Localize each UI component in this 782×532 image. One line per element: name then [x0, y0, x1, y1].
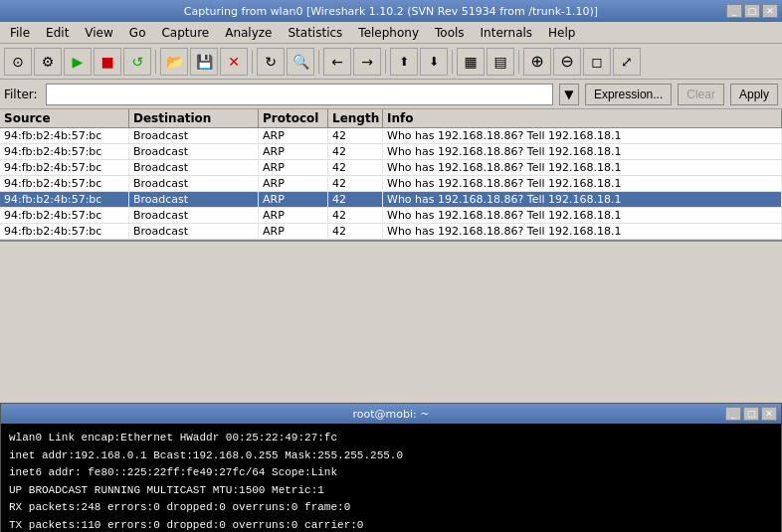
- table-row[interactable]: 94:fb:b2:4b:57:bc Broadcast ARP 42 Who h…: [0, 144, 782, 160]
- table-row[interactable]: 94:fb:b2:4b:57:bc Broadcast ARP 42 Who h…: [0, 176, 782, 192]
- bottom-btn[interactable]: ⬇: [420, 48, 448, 76]
- colorize-btn[interactable]: ▦: [457, 48, 485, 76]
- minimize-btn[interactable]: _: [726, 4, 742, 18]
- cell-info: Who has 192.168.18.86? Tell 192.168.18.1: [383, 192, 782, 207]
- sep6: [518, 50, 519, 74]
- cell-proto: ARP: [259, 144, 328, 159]
- open-btn[interactable]: 📂: [160, 48, 188, 76]
- cell-info: Who has 192.168.18.86? Tell 192.168.18.1: [383, 160, 782, 175]
- terminal-body[interactable]: wlan0 Link encap:Ethernet HWaddr 00:25:2…: [1, 424, 781, 532]
- terminal-line: UP BROADCAST RUNNING MULTICAST MTU:1500 …: [9, 482, 773, 499]
- fwd-btn[interactable]: →: [353, 48, 381, 76]
- maximize-btn[interactable]: □: [744, 4, 760, 18]
- sep3: [318, 50, 319, 74]
- start-btn[interactable]: ▶: [64, 48, 92, 76]
- packet-list: Source Destination Protocol Length Info …: [0, 109, 782, 242]
- terminal-close-btn[interactable]: ✕: [761, 407, 777, 421]
- back-btn[interactable]: ←: [323, 48, 351, 76]
- packet-table-header: Source Destination Protocol Length Info: [0, 109, 782, 128]
- apply-button[interactable]: Apply: [730, 84, 778, 105]
- cell-len: 42: [328, 144, 383, 159]
- cell-dest: Broadcast: [129, 176, 259, 191]
- options-btn[interactable]: ⚙: [34, 48, 62, 76]
- cell-source: 94:fb:b2:4b:57:bc: [0, 144, 129, 159]
- terminal-line: inet6 addr: fe80::225:22ff:fe49:27fc/64 …: [9, 464, 773, 481]
- terminal-minimize-btn[interactable]: _: [725, 407, 741, 421]
- menu-file[interactable]: File: [2, 24, 38, 42]
- interface-btn[interactable]: ⊙: [4, 48, 32, 76]
- cell-info: Who has 192.168.18.86? Tell 192.168.18.1: [383, 128, 782, 143]
- sep2: [252, 50, 253, 74]
- menu-telephony[interactable]: Telephony: [350, 24, 427, 42]
- table-row[interactable]: 94:fb:b2:4b:57:bc Broadcast ARP 42 Who h…: [0, 192, 782, 208]
- cell-dest: Broadcast: [129, 224, 259, 239]
- header-info: Info: [383, 109, 782, 127]
- cell-len: 42: [328, 208, 383, 223]
- terminal-line: TX packets:110 errors:0 dropped:0 overru…: [9, 517, 773, 533]
- close-win-btn[interactable]: ✕: [762, 4, 778, 18]
- menu-help[interactable]: Help: [540, 24, 583, 42]
- auto-scroll-btn[interactable]: ▤: [487, 48, 514, 76]
- table-row[interactable]: 94:fb:b2:4b:57:bc Broadcast ARP 42 Who h…: [0, 208, 782, 224]
- stop-btn[interactable]: ■: [94, 48, 121, 76]
- terminal-maximize-btn[interactable]: □: [743, 407, 759, 421]
- top-btn[interactable]: ⬆: [390, 48, 418, 76]
- title-text: Capturing from wlan0 [Wireshark 1.10.2 (…: [184, 5, 598, 18]
- cell-info: Who has 192.168.18.86? Tell 192.168.18.1: [383, 144, 782, 159]
- cell-proto: ARP: [259, 224, 328, 239]
- cell-dest: Broadcast: [129, 160, 259, 175]
- cell-len: 42: [328, 160, 383, 175]
- cell-dest: Broadcast: [129, 208, 259, 223]
- clear-button[interactable]: Clear: [678, 84, 724, 105]
- menu-edit[interactable]: Edit: [38, 24, 77, 42]
- close-btn[interactable]: ✕: [220, 48, 248, 76]
- header-source: Source: [0, 109, 129, 127]
- header-len: Length: [328, 109, 383, 127]
- cell-info: Who has 192.168.18.86? Tell 192.168.18.1: [383, 224, 782, 239]
- title-bar: Capturing from wlan0 [Wireshark 1.10.2 (…: [0, 0, 782, 22]
- table-row[interactable]: 94:fb:b2:4b:57:bc Broadcast ARP 42 Who h…: [0, 128, 782, 144]
- menu-analyze[interactable]: Analyze: [217, 24, 280, 42]
- menu-statistics[interactable]: Statistics: [280, 24, 350, 42]
- zoom-out-btn[interactable]: ⊖: [553, 48, 581, 76]
- resize-btn[interactable]: ⤢: [613, 48, 641, 76]
- cell-proto: ARP: [259, 128, 328, 143]
- save-btn[interactable]: 💾: [190, 48, 218, 76]
- terminal-lines: wlan0 Link encap:Ethernet HWaddr 00:25:2…: [9, 430, 773, 532]
- menu-capture[interactable]: Capture: [153, 24, 217, 42]
- restart-btn[interactable]: ↺: [123, 48, 151, 76]
- filter-bar: Filter: ▼ Expression... Clear Apply: [0, 80, 782, 109]
- filter-dropdown[interactable]: ▼: [559, 84, 579, 105]
- find-btn[interactable]: 🔍: [287, 48, 314, 76]
- menu-tools[interactable]: Tools: [427, 24, 473, 42]
- terminal-win-controls: _ □ ✕: [725, 407, 777, 421]
- cell-source: 94:fb:b2:4b:57:bc: [0, 192, 129, 207]
- cell-len: 42: [328, 224, 383, 239]
- terminal-window: root@mobi: ~ _ □ ✕ wlan0 Link encap:Ethe…: [0, 403, 782, 532]
- cell-info: Who has 192.168.18.86? Tell 192.168.18.1: [383, 208, 782, 223]
- packet-rows: 94:fb:b2:4b:57:bc Broadcast ARP 42 Who h…: [0, 128, 782, 240]
- filter-label: Filter:: [4, 88, 40, 101]
- cell-dest: Broadcast: [129, 144, 259, 159]
- cell-source: 94:fb:b2:4b:57:bc: [0, 208, 129, 223]
- normal-size-btn[interactable]: ◻: [583, 48, 611, 76]
- toolbar: ⊙ ⚙ ▶ ■ ↺ 📂 💾 ✕ ↻ 🔍 ← → ⬆ ⬇ ▦ ▤ ⊕ ⊖ ◻ ⤢: [0, 44, 782, 80]
- cell-proto: ARP: [259, 160, 328, 175]
- cell-dest: Broadcast: [129, 192, 259, 207]
- table-row[interactable]: 94:fb:b2:4b:57:bc Broadcast ARP 42 Who h…: [0, 224, 782, 240]
- zoom-in-btn[interactable]: ⊕: [523, 48, 551, 76]
- expression-button[interactable]: Expression...: [585, 84, 672, 105]
- filter-input[interactable]: [46, 84, 553, 105]
- menu-bar: File Edit View Go Capture Analyze Statis…: [0, 22, 782, 44]
- table-row[interactable]: 94:fb:b2:4b:57:bc Broadcast ARP 42 Who h…: [0, 160, 782, 176]
- terminal-titlebar: root@mobi: ~ _ □ ✕: [1, 404, 781, 424]
- cell-proto: ARP: [259, 192, 328, 207]
- terminal-line: RX packets:248 errors:0 dropped:0 overru…: [9, 499, 773, 516]
- reload-btn[interactable]: ↻: [257, 48, 285, 76]
- terminal-line: inet addr:192.168.0.1 Bcast:192.168.0.25…: [9, 447, 773, 464]
- menu-internals[interactable]: Internals: [473, 24, 541, 42]
- menu-view[interactable]: View: [77, 24, 120, 42]
- cell-len: 42: [328, 192, 383, 207]
- menu-go[interactable]: Go: [121, 24, 154, 42]
- cell-dest: Broadcast: [129, 128, 259, 143]
